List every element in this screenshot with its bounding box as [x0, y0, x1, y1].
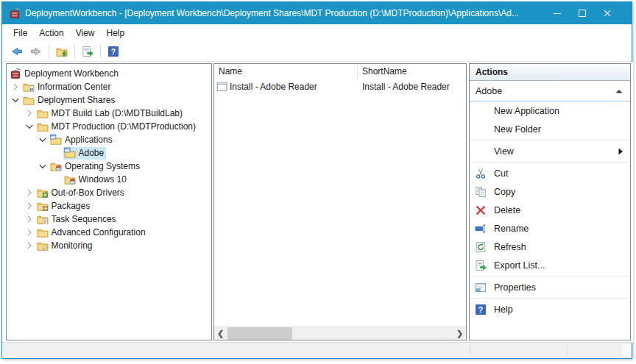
action-refresh[interactable]: Refresh [470, 238, 630, 256]
action-label: Export List... [494, 260, 545, 271]
export-list-icon [475, 260, 487, 271]
app-icon [9, 7, 21, 19]
chevron-collapsed-icon[interactable] [23, 226, 36, 238]
scroll-right-arrow[interactable]: ❯ [453, 327, 466, 340]
action-cut[interactable]: Cut [470, 164, 630, 182]
action-export-list[interactable]: Export List... [470, 256, 630, 274]
column-header-shortname[interactable]: ShortName [358, 64, 407, 79]
actions-separator [470, 140, 630, 140]
chevron-collapsed-icon[interactable] [23, 187, 36, 199]
resize-grip[interactable] [621, 344, 631, 357]
forward-icon [30, 46, 42, 57]
menu-action[interactable]: Action [33, 26, 69, 40]
scrollbar-thumb[interactable] [227, 327, 292, 340]
chevron-expanded-icon[interactable] [36, 160, 49, 172]
folder-app-icon [50, 134, 62, 146]
folder-icon [37, 107, 49, 119]
menu-file[interactable]: File [7, 26, 33, 40]
icon-placeholder [475, 105, 487, 117]
folder-icon [37, 226, 49, 238]
actions-separator [470, 276, 630, 276]
tree-item-label: Task Sequences [52, 214, 116, 224]
tree-item-monitoring[interactable]: Monitoring [7, 239, 211, 252]
tree-item-operating-systems[interactable]: Operating Systems [7, 160, 211, 173]
action-view[interactable]: View [470, 142, 630, 160]
chevron-expanded-icon[interactable] [23, 121, 36, 132]
up-one-level-button[interactable] [52, 43, 71, 60]
chevron-collapsed-icon[interactable] [23, 213, 36, 225]
list-row-install-adobe-reader[interactable]: Install - Adobe ReaderInstall - Adobe Re… [214, 79, 466, 93]
help-icon: ? [107, 46, 119, 57]
copy-icon [475, 186, 487, 198]
tree-item-label: Adobe [79, 148, 105, 158]
export-list-button[interactable] [78, 43, 97, 60]
menu-help[interactable]: Help [101, 26, 131, 40]
chevron-collapsed-icon[interactable] [23, 240, 36, 251]
back-button[interactable] [7, 43, 26, 60]
list-cell-shortname: Install - Adobe Reader [358, 82, 450, 92]
action-copy[interactable]: Copy [470, 182, 630, 201]
tree-item-packages[interactable]: Packages [7, 199, 211, 213]
delete-icon [475, 204, 487, 216]
tree-item-windows-10[interactable]: Windows 10 [7, 173, 211, 186]
workbench-icon [10, 68, 21, 79]
results-pane: Name ShortName Install - Adobe ReaderIns… [213, 63, 467, 340]
refresh-icon [475, 241, 487, 253]
tree-item-out-of-box-drivers[interactable]: Out-of-Box Drivers [7, 186, 211, 199]
tree-item-advanced-configuration[interactable]: Advanced Configuration [7, 226, 211, 239]
action-properties[interactable]: Properties [470, 278, 630, 296]
chevron-collapsed-icon[interactable] [23, 200, 36, 212]
cut-icon [475, 168, 487, 179]
tree-item-label: Deployment Shares [38, 95, 115, 105]
export-list-icon [82, 46, 93, 57]
maximize-button[interactable] [570, 2, 595, 24]
minimize-button[interactable] [545, 2, 570, 24]
folder-app-icon [64, 147, 76, 159]
tree-item-task-sequences[interactable]: Task Sequences [7, 213, 211, 226]
tree-item-information-center[interactable]: Information Center [7, 80, 211, 93]
tree-item-label: MDT Build Lab (D:\MDTBuildLab) [52, 108, 183, 118]
chevron-expanded-icon[interactable] [36, 134, 49, 146]
folder-os-icon [64, 174, 76, 185]
menu-view[interactable]: View [70, 26, 101, 40]
action-rename[interactable]: Rename [470, 219, 630, 238]
tree-item-mdt-production-d-mdtproduction[interactable]: MDT Production (D:\MDTProduction) [7, 120, 211, 133]
tree-item-label: Information Center [38, 82, 110, 92]
actions-group-label: Adobe [476, 86, 502, 96]
tree-item-label: Advanced Configuration [52, 227, 146, 238]
column-header-name[interactable]: Name [214, 64, 358, 79]
action-delete[interactable]: Delete [470, 201, 630, 219]
action-help[interactable]: ?Help [470, 300, 630, 318]
list-cell-name: Install - Adobe Reader [230, 82, 317, 92]
action-label: New Folder [494, 124, 541, 135]
action-label: View [494, 146, 514, 157]
action-new-folder[interactable]: New Folder [470, 120, 630, 138]
help-button[interactable]: ? [104, 43, 123, 60]
application-window-icon [216, 81, 227, 92]
close-button[interactable] [595, 2, 620, 24]
actions-pane-title: Actions [470, 64, 630, 81]
folder-task-icon [37, 213, 49, 225]
tree-item-label: Operating Systems [65, 161, 140, 171]
tree-item-deployment-workbench[interactable]: Deployment Workbench [7, 67, 211, 80]
horizontal-scrollbar[interactable]: ❮ ❯ [214, 326, 466, 340]
action-label: Refresh [494, 242, 526, 252]
folder-package-icon [37, 200, 49, 212]
tree-item-adobe[interactable]: Adobe [7, 146, 211, 160]
actions-group-adobe[interactable]: Adobe [470, 81, 630, 101]
tree-item-applications[interactable]: Applications [7, 133, 211, 146]
collapse-group-icon[interactable] [615, 87, 623, 96]
chevron-expanded-icon[interactable] [9, 94, 22, 106]
scroll-left-arrow[interactable]: ❮ [214, 327, 227, 340]
tree-item-mdt-build-lab-d-mdtbuildlab[interactable]: MDT Build Lab (D:\MDTBuildLab) [7, 107, 211, 120]
chevron-collapsed-icon[interactable] [23, 107, 36, 119]
action-label: Help [494, 304, 513, 315]
folder-icon [37, 121, 49, 132]
tree-item-label: Monitoring [52, 240, 93, 251]
forward-button[interactable] [26, 43, 46, 60]
tree-item-deployment-shares[interactable]: Deployment Shares [7, 93, 211, 107]
action-new-application[interactable]: New Application [470, 101, 630, 120]
action-label: New Application [494, 106, 559, 116]
action-label: Cut [494, 168, 508, 179]
chevron-collapsed-icon[interactable] [9, 81, 22, 93]
